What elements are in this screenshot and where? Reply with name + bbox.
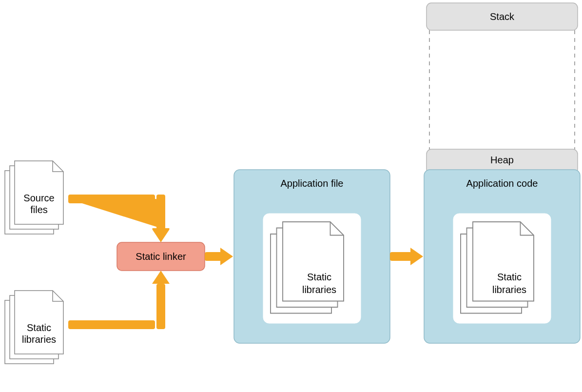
app-file-static-libs-line2: libraries (302, 284, 336, 295)
arrow-source-to-linker (68, 199, 170, 241)
arrow-source-to-linker-h (68, 195, 155, 203)
arrow-libs-to-linker-h (68, 320, 155, 329)
arrow-source-to-linker-v (156, 195, 165, 230)
arrow-libs-to-linker-v (156, 284, 165, 329)
arrow-appfile-to-appcode-head (410, 248, 423, 265)
arrow-appfile-to-appcode-shaft (390, 252, 412, 261)
static-linker-label: Static linker (136, 251, 186, 262)
heap-label: Heap (490, 155, 514, 165)
app-code-static-libs-line2: libraries (492, 284, 526, 295)
application-file-container: Application file Static libraries (234, 170, 390, 343)
static-linker-box: Static linker (117, 242, 205, 271)
source-files-line2: files (30, 204, 48, 215)
static-libraries-input-line1: Static (27, 322, 51, 333)
app-file-static-libs-docs (271, 222, 344, 314)
application-file-title: Application file (281, 178, 344, 189)
arrow-linker-to-appfile-head (220, 248, 233, 265)
application-code-title: Application code (466, 178, 538, 189)
arrow-libs-to-linker-head (152, 271, 170, 284)
static-linking-diagram: Stack Heap Application code Static libra… (0, 0, 582, 392)
app-file-static-libs-line1: Static (307, 272, 331, 282)
app-code-static-libs-docs (461, 222, 534, 314)
app-code-static-libs-line1: Static (497, 272, 522, 282)
application-code-container: Application code Static libraries (424, 170, 580, 343)
static-libraries-input-line2: libraries (22, 334, 56, 345)
stack-label: Stack (490, 11, 515, 22)
stack-box: Stack (427, 3, 578, 30)
source-files-line1: Source (23, 193, 54, 203)
arrow-source-to-linker-head (152, 229, 170, 242)
